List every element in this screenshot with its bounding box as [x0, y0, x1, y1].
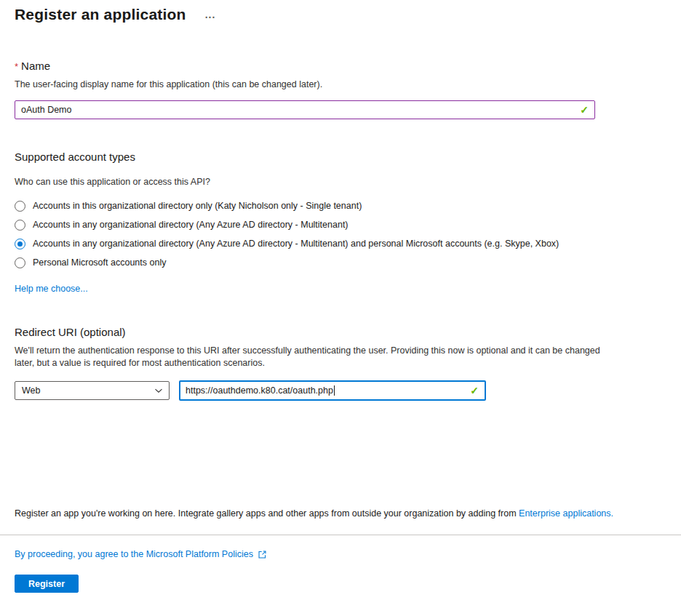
radio-selected-icon — [15, 239, 25, 249]
redirect-uri-heading: Redirect URI (optional) — [15, 326, 666, 338]
radio-multitenant-personal[interactable]: Accounts in any organizational directory… — [15, 234, 666, 253]
name-input[interactable] — [15, 100, 595, 119]
page-title: Register an application — [15, 6, 186, 23]
required-asterisk: * — [15, 61, 18, 72]
radio-label: Personal Microsoft accounts only — [33, 257, 166, 268]
account-types-question: Who can use this application or access t… — [15, 177, 666, 187]
radio-icon — [15, 201, 25, 212]
account-types-heading: Supported account types — [15, 151, 666, 163]
name-label-text: Name — [21, 60, 50, 72]
name-label: *Name — [15, 60, 666, 72]
more-options-icon[interactable]: ... — [205, 9, 216, 20]
radio-label: Accounts in this organizational director… — [33, 201, 362, 211]
footer-divider — [0, 535, 681, 535]
radio-multitenant[interactable]: Accounts in any organizational directory… — [15, 215, 666, 234]
redirect-uri-input[interactable]: https://oauthdemo.k80.cat/oauth.php ✓ — [179, 380, 486, 401]
chevron-down-icon — [154, 386, 163, 395]
redirect-uri-value: https://oauthdemo.k80.cat/oauth.php — [186, 385, 333, 396]
register-note-text: Register an app you're working on here. … — [15, 508, 519, 519]
radio-icon — [15, 257, 25, 268]
name-helper-text: The user-facing display name for this ap… — [15, 79, 608, 91]
register-application-page: Register an application ... *Name The us… — [0, 6, 681, 593]
name-input-wrap: ✓ — [15, 100, 595, 119]
enterprise-applications-link[interactable]: Enterprise applications. — [519, 508, 613, 519]
policy-row: By proceeding, you agree to the Microsof… — [15, 549, 666, 559]
help-me-choose-link[interactable]: Help me choose... — [15, 284, 88, 294]
page-header: Register an application ... — [15, 6, 666, 23]
external-link-icon — [258, 550, 267, 559]
platform-select[interactable]: Web — [15, 381, 170, 400]
radio-label: Accounts in any organizational directory… — [33, 239, 559, 249]
radio-label: Accounts in any organizational directory… — [33, 220, 349, 230]
valid-check-icon: ✓ — [470, 385, 479, 396]
text-cursor — [334, 385, 335, 396]
platform-select-value: Web — [22, 385, 40, 396]
radio-personal-only[interactable]: Personal Microsoft accounts only — [15, 253, 666, 272]
register-button[interactable]: Register — [15, 575, 79, 593]
account-types-radio-group: Accounts in this organizational director… — [15, 196, 666, 272]
register-note: Register an app you're working on here. … — [15, 508, 666, 519]
redirect-uri-helper-text: We'll return the authentication response… — [15, 345, 608, 369]
platform-policies-link[interactable]: By proceeding, you agree to the Microsof… — [15, 549, 253, 559]
radio-icon — [15, 220, 25, 231]
redirect-uri-row: Web https://oauthdemo.k80.cat/oauth.php … — [15, 380, 666, 401]
radio-single-tenant[interactable]: Accounts in this organizational director… — [15, 196, 666, 215]
